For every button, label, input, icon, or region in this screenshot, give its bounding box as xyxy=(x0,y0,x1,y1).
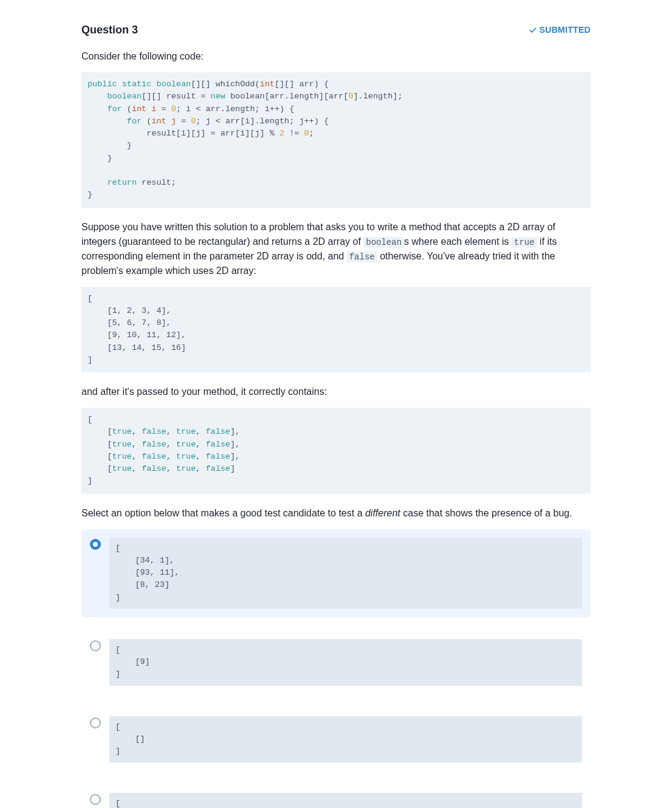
radio-option-0[interactable] xyxy=(90,539,101,550)
option-3[interactable]: [ [0, 0, 0], [1, 1, 1], [2, 2, 2] ] xyxy=(81,784,591,808)
check-icon xyxy=(529,26,537,35)
options-list: [ [34, 1], [93, 11], [8, 23] ][ [9] ][ [… xyxy=(81,529,591,809)
code-block-example-input: [ [1, 2, 3, 4], [5, 6, 7, 8], [9, 10, 11… xyxy=(81,287,591,373)
intro-text: Consider the following code: xyxy=(81,49,591,64)
radio-option-3[interactable] xyxy=(90,794,101,805)
option-0[interactable]: [ [34, 1], [93, 11], [8, 23] ] xyxy=(81,529,591,617)
option-1[interactable]: [ [9] ] xyxy=(81,631,591,694)
code-block-solution: public static boolean[][] whichOdd(int[]… xyxy=(81,72,591,208)
question-title: Question 3 xyxy=(81,22,138,38)
radio-option-2[interactable] xyxy=(90,717,101,728)
paragraph-problem-desc: Suppose you have written this solution t… xyxy=(81,220,591,278)
code-block-example-output: [ [true, false, true, false], [true, fal… xyxy=(81,408,591,494)
option-code-0: [ [34, 1], [93, 11], [8, 23] ] xyxy=(109,538,582,609)
paragraph-after: and after it's passed to your method, it… xyxy=(81,385,591,399)
option-2[interactable]: [ [] ] xyxy=(81,708,591,772)
option-code-2: [ [] ] xyxy=(109,716,582,763)
option-code-1: [ [9] ] xyxy=(109,639,582,686)
option-code-3: [ [0, 0, 0], [1, 1, 1], [2, 2, 2] ] xyxy=(109,793,582,808)
status-text: SUBMITTED xyxy=(540,24,591,36)
paragraph-prompt: Select an option below that makes a good… xyxy=(81,506,591,521)
radio-option-1[interactable] xyxy=(90,640,101,651)
status-badge: SUBMITTED xyxy=(529,24,591,36)
question-header: Question 3 SUBMITTED xyxy=(81,22,591,38)
